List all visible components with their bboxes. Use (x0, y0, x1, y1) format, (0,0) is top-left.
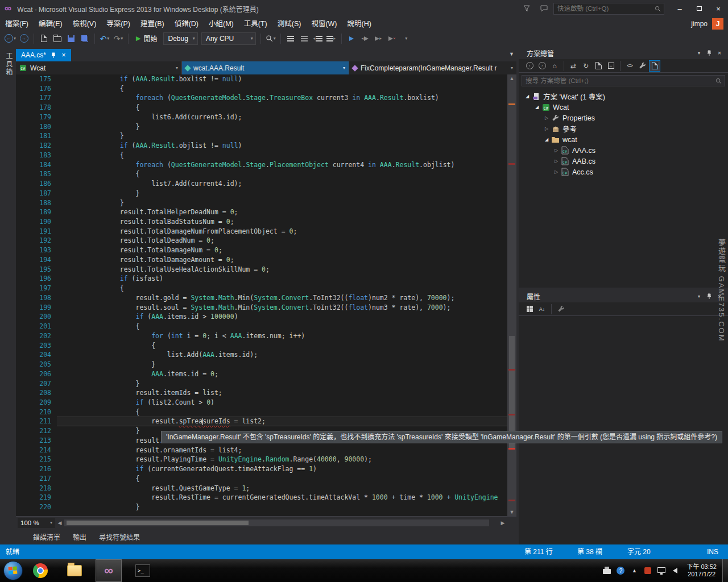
code-line[interactable]: 209 if (list2.Count > 0) (16, 398, 516, 408)
previous-bookmark-button[interactable]: ◂ (359, 32, 371, 45)
code-line[interactable]: 214 result.ornamentIds = list4; (16, 446, 516, 455)
type-dropdown[interactable]: wcat.AAA.Result ▾ (182, 61, 349, 74)
menu-item[interactable]: 編輯(E) (34, 17, 68, 31)
quick-launch-box[interactable] (553, 3, 664, 15)
expand-arrow-icon[interactable]: ▷ (543, 126, 551, 131)
code-line[interactable]: 176 { (16, 84, 516, 94)
avatar[interactable]: J (712, 18, 723, 30)
tool-window-tab[interactable]: 錯誤清單 (33, 532, 60, 542)
save-all-button[interactable] (78, 32, 91, 45)
menu-item[interactable]: 檔案(F) (0, 17, 34, 31)
forward-icon[interactable]: › (536, 60, 548, 72)
menu-item[interactable]: 建置(B) (135, 17, 169, 31)
taskbar-command-prompt-button[interactable]: >_ (130, 559, 156, 582)
printer-icon[interactable] (601, 565, 613, 576)
code-line[interactable]: 194 result.TotalDamageAmount = 0; (16, 255, 516, 265)
properties-header[interactable]: 屬性 ▾ × (519, 290, 728, 302)
code-line[interactable]: 181 } (16, 131, 516, 141)
code-line[interactable]: 197 { (16, 284, 516, 293)
code-line[interactable]: 216 if (currentGeneratedQuest.timeAttack… (16, 464, 516, 474)
show-all-files-icon[interactable] (593, 60, 604, 72)
feedback-flag-icon[interactable] (519, 3, 534, 14)
code-line[interactable]: 188 } (16, 198, 516, 208)
categorized-icon[interactable] (524, 304, 535, 315)
zoom-select[interactable]: 100 %▾ (18, 518, 55, 528)
feedback-chat-icon[interactable] (536, 3, 551, 14)
vertical-scrollbar[interactable]: ▲ ▼ (507, 74, 516, 516)
property-pages-icon[interactable] (555, 304, 566, 315)
tree-item-acc-cs[interactable]: ▷C#Acc.cs (519, 167, 728, 177)
collapse-arrow-icon[interactable]: ◢ (533, 105, 541, 110)
alphabetical-sort-icon[interactable]: A↓ (536, 304, 548, 315)
show-desktop-button[interactable] (722, 559, 728, 582)
toggle-bookmark-button[interactable] (345, 32, 358, 45)
toolbar-overflow-button[interactable]: ▾ (400, 32, 412, 45)
chevron-down-icon[interactable]: ▾ (694, 292, 704, 301)
horizontal-scrollbar[interactable] (64, 519, 489, 526)
toolbox-vertical-tab[interactable]: 工具箱 (4, 52, 14, 76)
undo-button[interactable]: ↶▾ (98, 32, 111, 45)
menu-item[interactable]: 視窗(W) (306, 17, 342, 31)
show-hidden-icons-button[interactable]: ▲ (628, 565, 640, 576)
code-line[interactable]: 186 list7.Add(current4.id); (16, 179, 516, 189)
member-dropdown[interactable]: FixCompleteparam(InGameManager.Result r … (349, 61, 516, 74)
decrease-indent-button[interactable]: ◂ (312, 32, 324, 45)
menu-item[interactable]: 工具(T) (239, 17, 272, 31)
scroll-left-icon[interactable]: ◀ (55, 520, 64, 526)
open-file-button[interactable] (51, 32, 64, 45)
code-line[interactable]: 187 } (16, 189, 516, 198)
chevron-down-icon[interactable]: ▾ (694, 48, 704, 57)
scroll-right-icon[interactable]: ▶ (498, 520, 507, 526)
start-debug-button[interactable]: ▶ 開始 (131, 32, 162, 45)
code-line[interactable]: 190 result.TotalBadStatusNum = 0; (16, 217, 516, 227)
tree-item--wcat-1-[interactable]: ◢方案 'Wcat' (1 專案) (519, 91, 728, 102)
home-icon[interactable]: ⌂ (549, 60, 560, 72)
restore-button[interactable] (689, 1, 709, 16)
code-line[interactable]: 180 } (16, 122, 516, 132)
code-line[interactable]: 203 { (16, 341, 516, 351)
network-icon[interactable] (656, 565, 667, 576)
taskbar-chrome-button[interactable] (27, 559, 53, 582)
back-icon[interactable]: ‹ (524, 60, 535, 72)
taskbar-explorer-button[interactable] (61, 559, 88, 582)
code-line[interactable]: 177 foreach (QuestGenerateModel.Stage.Tr… (16, 93, 516, 103)
tree-item-aaa-cs[interactable]: ▷C#AAA.cs (519, 145, 728, 156)
security-icon[interactable] (642, 565, 653, 576)
code-line[interactable]: 205 } (16, 360, 516, 369)
collapse-arrow-icon[interactable]: ◢ (523, 94, 531, 99)
sync-with-active-document-icon[interactable]: ⇄ (568, 60, 579, 72)
expand-arrow-icon[interactable]: ▷ (552, 148, 560, 153)
expand-arrow-icon[interactable]: ▷ (552, 169, 560, 174)
view-code-icon[interactable]: <> (624, 60, 635, 72)
scroll-down-icon[interactable]: ▼ (507, 508, 516, 516)
code-line[interactable]: 192 result.TotalDeadNum = 0; (16, 236, 516, 246)
code-line[interactable]: 189 result.TotalHelperDeadNum = 0; (16, 207, 516, 217)
tree-item-wcat[interactable]: ◢wcat (519, 134, 728, 145)
taskbar-visual-studio-button[interactable]: ∞ (96, 559, 122, 582)
new-file-button[interactable] (38, 32, 50, 45)
properties-icon[interactable] (636, 60, 648, 72)
code-line[interactable]: 195 result.TotalUseHealActionSkillNum = … (16, 265, 516, 275)
comment-button[interactable] (284, 32, 297, 45)
tree-item-properties[interactable]: ▷Properties (519, 113, 728, 123)
code-line[interactable]: 175 if (AAA.Result.boxlist != null) (16, 74, 516, 84)
solution-explorer-header[interactable]: 方案總管 ▾ × (519, 47, 728, 59)
collapse-arrow-icon[interactable]: ◢ (543, 137, 551, 142)
navigate-forward-button[interactable]: → (18, 32, 30, 45)
minimize-button[interactable]: – (670, 1, 689, 16)
code-line[interactable]: 200 if (AAA.items.id > 100000) (16, 312, 516, 322)
menu-item[interactable]: 小組(M) (204, 17, 239, 31)
menu-item[interactable]: 專案(P) (101, 17, 135, 31)
uncomment-button[interactable] (298, 32, 311, 45)
next-bookmark-button[interactable]: ▸ (373, 32, 385, 45)
close-button[interactable]: × (709, 1, 728, 16)
code-line[interactable]: 218 result.QuestGameType = 1; (16, 484, 516, 493)
project-dropdown[interactable]: C# Wcat ▾ (16, 61, 182, 74)
solution-search-input[interactable] (522, 77, 715, 84)
pin-icon[interactable] (704, 292, 714, 301)
tree-item--[interactable]: ▷參考 (519, 123, 728, 134)
taskbar-clock[interactable]: 下午 03:52 2017/1/22 (686, 563, 717, 578)
code-line[interactable]: 201 { (16, 322, 516, 331)
code-editor[interactable]: 175 if (AAA.Result.boxlist != null)176 {… (16, 74, 516, 516)
redo-button[interactable]: ↷▾ (112, 32, 125, 45)
